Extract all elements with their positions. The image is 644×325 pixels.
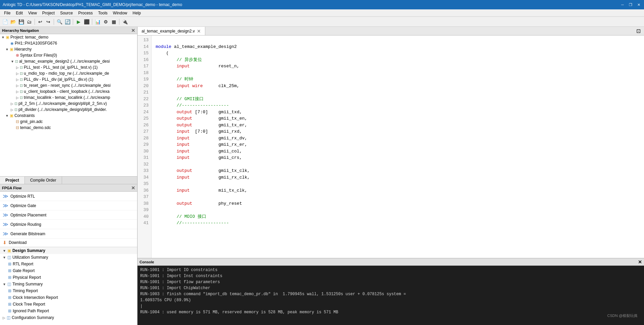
menu-edit[interactable]: Edit <box>13 10 25 16</box>
flow-label: Clock Tree Report <box>13 302 45 307</box>
tb-stop[interactable]: ⬛ <box>83 18 90 25</box>
tb-run-rtl[interactable]: ▶ <box>75 18 82 25</box>
flow-timing-report[interactable]: ⊞ Timing Report <box>0 287 137 294</box>
flow-optimize-rtl[interactable]: ≫ Optimize RTL <box>0 192 137 201</box>
menu-window[interactable]: Window <box>110 10 130 16</box>
tree-al-temac[interactable]: ▼ ⊡ al_temac_example_design2 (../../src/… <box>0 58 137 64</box>
flow-configuration-summary[interactable]: ▷ ◫ Configuration Summary <box>0 314 137 321</box>
flow-optimize-routing[interactable]: ≫ Optimize Routing <box>0 220 137 229</box>
flow-design-summary[interactable]: ▼ ▣ Design Summary <box>0 247 137 254</box>
tb-redo[interactable]: ↪ <box>45 18 52 25</box>
report-folder-icon: ◫ <box>7 255 11 260</box>
tree-syntax-errors[interactable]: ⊗ Syntax Error Files(0) <box>0 52 137 58</box>
tree-gmii-pin-adc[interactable]: ⊟ gmii_pin.adc <box>0 119 137 125</box>
expand-icon: ▷ <box>16 90 19 93</box>
tree-pll-test[interactable]: ▷ ⊡ PLL_test - PLL_test (al_ip/PLL_test.… <box>0 64 137 70</box>
expand-icon: ▼ <box>11 60 14 63</box>
tree-project-root[interactable]: ▼ ▣ Project: temac_demo <box>0 34 137 40</box>
tb-sep2 <box>54 19 54 25</box>
tree-hierarchy[interactable]: ▼ ▣ Hierarchy <box>0 46 137 52</box>
tree-mdio-top[interactable]: ▷ ⊡ u_mdio_top - mdio_top_rw (../../src/… <box>0 70 137 76</box>
flow-utilization-summary[interactable]: ▼ ◫ Utilization Summary <box>0 254 137 261</box>
hierarchy-close-button[interactable]: ✕ <box>131 28 135 33</box>
tree-label: pll_divider (../../src/example_design/pl… <box>18 107 107 112</box>
tb-new[interactable]: 📄 <box>1 18 9 25</box>
close-button[interactable]: ✕ <box>636 2 641 7</box>
tree-label: tx_reset_gen - reset_sync (../../src/exa… <box>24 83 111 88</box>
menu-source[interactable]: Source <box>57 10 75 16</box>
flow-rtl-report[interactable]: ⊞ RTL Report <box>0 261 137 267</box>
tree-ph1-chip[interactable]: ◉ PH1::PH1A100SFG676 <box>0 40 137 46</box>
flow-label: Utilization Summary <box>12 255 48 260</box>
fpga-flow-panel: FPGA Flow ✕ ≫ Optimize RTL ≫ Optimize Ga… <box>0 184 137 325</box>
console-line: 1.609375s CPU (89.9%) <box>140 297 641 303</box>
tree-pll-div[interactable]: ▷ ⊡ PLL_div - PLL_div (al_ip/PLL_div.v) … <box>0 76 137 82</box>
tab-project[interactable]: Project <box>0 177 25 184</box>
flow-clock-intersection-report[interactable]: ⊞ Clock Intersection Report <box>0 294 137 301</box>
tree-pll-2-5m[interactable]: ▷ ⊡ pll_2_5m (../../src/example_design/p… <box>0 101 137 107</box>
fpga-flow-close[interactable]: ✕ <box>131 185 135 191</box>
tree-pll-divider[interactable]: ▷ ⊡ pll_divider (../../src/example_desig… <box>0 107 137 113</box>
minimize-button[interactable]: ─ <box>620 2 625 7</box>
menu-file[interactable]: File <box>1 10 13 16</box>
code-content[interactable]: module al_temac_example_design2 ( // 异步复… <box>152 36 644 258</box>
tb-chart[interactable]: 📊 <box>94 18 101 25</box>
flow-physical-report[interactable]: ⊞ Physical Report <box>0 274 137 281</box>
tree-constraints[interactable]: ▼ ▣ Constraints <box>0 113 137 119</box>
tree-temac-demo-sdc[interactable]: ⊟ temac_demo.sdc <box>0 125 137 131</box>
fpga-flow-title: FPGA Flow <box>2 186 21 190</box>
flow-generate-bitstream[interactable]: ≫ Generate Bitstream <box>0 229 137 239</box>
tab-compile-order[interactable]: Compile Order <box>25 177 62 184</box>
tree-label: pll_2_5m (../../src/example_design/pll/p… <box>18 101 107 106</box>
menu-project[interactable]: Project <box>40 10 57 16</box>
flow-optimize-gate[interactable]: ≫ Optimize Gate <box>0 201 137 210</box>
flow-optimize-placement[interactable]: ≫ Optimize Placement <box>0 210 137 220</box>
report-icon: ⊞ <box>8 302 11 307</box>
menu-process[interactable]: Process <box>75 10 95 16</box>
restore-button[interactable]: ❐ <box>628 2 633 7</box>
tb-save[interactable]: 💾 <box>17 18 25 25</box>
flow-gate-report[interactable]: ⊞ Gate Report <box>0 267 137 274</box>
verilog-icon: ⊡ <box>20 77 23 82</box>
console-close-button[interactable]: ✕ <box>638 259 642 265</box>
verilog-icon: ⊡ <box>14 108 17 112</box>
flow-download[interactable]: ⬇ Download <box>0 239 137 247</box>
flow-clock-tree-report[interactable]: ⊞ Clock Tree Report <box>0 301 137 308</box>
console-line: RUN-1001 : Import flow parameters <box>140 279 641 285</box>
tb-replace[interactable]: 🔄 <box>64 18 71 25</box>
tb-undo[interactable]: ↩ <box>37 18 44 25</box>
editor-tab-close[interactable]: ✕ <box>197 28 201 34</box>
tb-find[interactable]: 🔍 <box>56 18 63 25</box>
tb-grid[interactable]: ▦ <box>110 18 117 25</box>
tree-trimac-locallink[interactable]: ▷ ⊡ trimac_locallink - temac_locallink (… <box>0 94 137 101</box>
tree-tx-reset-gen[interactable]: ▷ ⊡ tx_reset_gen - reset_sync (../../src… <box>0 82 137 88</box>
maximize-icon[interactable]: ⊡ <box>635 28 642 34</box>
flow-label: Optimize Placement <box>10 213 46 217</box>
tree-client-loopback[interactable]: ▷ ⊡ u_client_loopback - client_loopback … <box>0 88 137 94</box>
toolbar: 📄 📂 💾 🗂 ↩ ↪ 🔍 🔄 ▶ ⬛ 📊 ⚙ ▦ 🔌 <box>0 17 644 27</box>
report-folder-icon: ◫ <box>7 282 11 286</box>
hierarchy-tree: ▼ ▣ Project: temac_demo ◉ PH1::PH1A100SF… <box>0 34 137 176</box>
flow-ignored-path-report[interactable]: ⊞ Ignored Path Report <box>0 308 137 314</box>
tb-program[interactable]: 🔌 <box>121 18 128 25</box>
flow-arrow-icon: ≫ <box>3 202 8 209</box>
window-controls: ─ ❐ ✕ <box>620 2 641 7</box>
verilog-icon: ⊡ <box>20 71 23 76</box>
tb-save-all[interactable]: 🗂 <box>25 18 33 25</box>
expand-icon: ▷ <box>11 102 13 106</box>
menu-view[interactable]: View <box>25 10 40 16</box>
tb-settings[interactable]: ⚙ <box>102 18 109 25</box>
tb-sep1 <box>35 19 35 25</box>
editor-tab-al-temac[interactable]: al_temac_example_design2.v ✕ <box>138 27 205 35</box>
menu-tools[interactable]: Tools <box>96 10 110 16</box>
console-content: RUN-1001 : Import IO constraints RUN-100… <box>138 266 644 325</box>
code-editor[interactable]: 13 14 15 16 17 18 19 20 21 22 23 24 25 2… <box>138 36 644 258</box>
report-icon: ⊞ <box>8 288 11 293</box>
menu-bar: File Edit View Project Source Process To… <box>0 9 644 17</box>
flow-timing-summary[interactable]: ▼ ◫ Timing Summary <box>0 281 137 287</box>
menu-help[interactable]: Help <box>130 10 144 16</box>
expand-icon: ▷ <box>11 108 13 112</box>
download-icon: ⬇ <box>3 240 7 245</box>
flow-label: Design Summary <box>12 248 45 253</box>
tb-open[interactable]: 📂 <box>9 18 17 25</box>
